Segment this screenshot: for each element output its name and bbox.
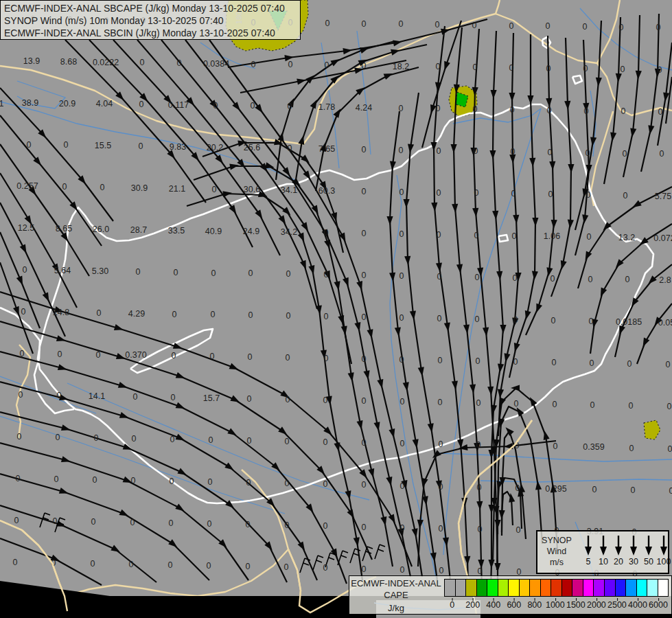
cape-value-label: 0 — [91, 517, 96, 527]
cape-value-label: 0 — [399, 313, 404, 323]
cape-value-label: 0 — [477, 483, 482, 492]
cape-value-label: 0 — [584, 106, 589, 116]
cape-value-label: 5.64 — [54, 266, 71, 275]
cape-tick-label: 2000 — [587, 600, 606, 610]
cape-value-label: 0 — [478, 566, 483, 576]
cape-value-label: 0 — [64, 140, 69, 150]
cape-tick-label: 200 — [465, 600, 480, 610]
cape-value-label: 0 — [669, 486, 672, 496]
cape-value-label: 60.3 — [318, 186, 335, 196]
cape-value-label: 26.0 — [93, 225, 109, 234]
cape-value-label: 0 — [286, 395, 290, 404]
cape-value-label: 0 — [211, 268, 216, 278]
synop-speed-label: 30 — [625, 557, 642, 566]
cape-value-label: 0 — [658, 65, 662, 75]
cape-tick-label: 1500 — [566, 600, 586, 610]
cape-value-label: 0 — [323, 396, 328, 405]
cape-value-label: 0 — [323, 521, 328, 531]
cape-value-label: 0 — [439, 482, 443, 492]
cape-value-label: 0 — [130, 518, 135, 527]
cape-value-label: 0 — [362, 61, 367, 71]
cape-color-cell — [498, 579, 509, 597]
synop-speed-label: 20 — [610, 557, 627, 566]
cape-value-label: 9.83 — [170, 142, 186, 152]
cape-value-label: 0 — [91, 559, 95, 569]
cape-value-label: 5.75 — [655, 192, 671, 201]
cape-value-label: 0 — [19, 390, 23, 400]
cape-value-label: 0 — [553, 400, 557, 409]
cape-value-label: 0 — [285, 520, 290, 530]
tick-mark — [638, 598, 638, 601]
cape-value-label: 1.78 — [318, 102, 335, 112]
cape-value-label: 0 — [288, 60, 293, 69]
cape-value-label: 0 — [248, 268, 253, 278]
cape-value-label: 0 — [324, 228, 329, 238]
tick-mark — [617, 598, 618, 601]
cape-value-label: 0.072 — [653, 233, 672, 243]
cape-value-label: 0 — [478, 525, 483, 534]
cape-value-label: 0 — [246, 520, 251, 529]
cape-color-cell — [593, 579, 604, 597]
cape-value-label: 0 — [93, 475, 97, 485]
cape-color-cell — [572, 579, 583, 597]
synop-speed-label: 10 — [595, 557, 612, 566]
cape-value-label: 0 — [168, 560, 173, 570]
cape-value-label: 14.8 — [53, 308, 69, 317]
cape-value-label: 0 — [172, 310, 177, 319]
cape-value-label: 0 — [286, 269, 291, 279]
cape-value-label: 0 — [586, 190, 591, 200]
cape-value-label: 0 — [547, 106, 552, 115]
cape-value-label: 0 — [658, 107, 663, 117]
cape-value-label: 0 — [509, 21, 514, 31]
cape-tick-label: 2500 — [607, 600, 627, 610]
synop-speed-column: 30 — [625, 534, 642, 566]
cape-value-label: 0 — [588, 275, 593, 284]
cape-color-cell — [444, 579, 455, 597]
cape-value-label: 0 — [136, 267, 141, 277]
down-arrow-icon — [599, 534, 608, 556]
cape-value-label: 0 — [476, 440, 481, 450]
weather-map: 00000000000000000013.98.680.0222000.0384… — [0, 0, 672, 618]
cape-value-label: 0 — [623, 149, 627, 159]
cape-value-label: 0 — [476, 398, 481, 408]
cape-value-label: 5.30 — [92, 266, 108, 276]
cape-value-label: 0 — [362, 438, 367, 448]
cape-value-label: 4.04 — [96, 99, 113, 108]
cape-value-label: 0 — [472, 21, 477, 30]
tick-mark — [658, 598, 659, 601]
cape-value-label: 28.7 — [130, 225, 147, 235]
cape-value-label: 0 — [362, 145, 367, 154]
cape-value-label: 0 — [96, 350, 101, 360]
cape-color-cell — [658, 579, 669, 597]
cape-value-label: 0 — [548, 148, 553, 157]
cape-legend-title: ECMWF-INDEX-ANAL CAPE J/kg — [349, 576, 443, 614]
cape-color-cell — [636, 579, 647, 597]
down-arrow-icon — [659, 534, 669, 556]
cape-value-label: 0 — [552, 358, 557, 367]
cape-value-label: 0 — [133, 392, 138, 402]
cape-value-label: 0 — [546, 21, 551, 31]
cape-color-cell — [519, 579, 530, 597]
down-arrow-icon — [644, 534, 653, 556]
cape-color-cell — [529, 579, 540, 597]
cape-value-label: 0 — [437, 188, 441, 198]
cape-color-cell — [551, 579, 561, 597]
cape-value-label: 0.257 — [16, 181, 38, 191]
cape-value-label: 34.2 — [281, 227, 297, 237]
cape-units-label: J/kg — [349, 603, 443, 613]
cape-value-label: 0 — [627, 359, 632, 369]
cape-value-label: 0 — [171, 393, 176, 402]
title-line-wind: SYNOP Wind (m/s) 10m Monday 13-10-2025 0… — [4, 14, 300, 27]
cape-value-label: 0.295 — [545, 484, 566, 494]
weather-map-screen: 00000000000000000013.98.680.0222000.0384… — [0, 0, 672, 618]
cape-color-cell — [540, 579, 551, 597]
cape-value-label: 0 — [623, 191, 628, 201]
down-arrow-icon — [614, 534, 623, 556]
cape-value-label: 0 — [400, 565, 405, 575]
cape-value-label: 20.9 — [59, 99, 76, 108]
cape-value-label: 0 — [436, 62, 441, 71]
cape-color-cell — [487, 579, 498, 597]
cape-value-label: 0 — [58, 350, 62, 359]
cape-value-label: 0 — [362, 229, 367, 238]
cape-value-label: 0 — [437, 230, 441, 240]
